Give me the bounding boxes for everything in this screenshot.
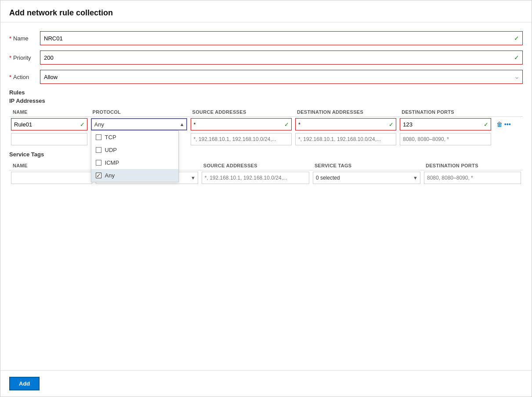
st-ports-input[interactable] [424, 172, 521, 184]
th-actions [493, 108, 523, 117]
udp-checkbox [96, 147, 101, 153]
ip-ports-cell: ✓ [398, 117, 493, 132]
th-protocol: PROTOCOL [89, 108, 189, 117]
ip-new-name-cell [9, 132, 89, 147]
st-th-ports: DESTINATION PORTS [422, 161, 523, 170]
delete-row-button[interactable]: 🗑 [496, 121, 503, 128]
ip-destination-cell: ✓ [293, 117, 398, 132]
th-destination: DESTINATION ADDRESSES [293, 108, 398, 117]
st-name-input[interactable] [11, 172, 92, 184]
ip-ports-wrap: ✓ [400, 118, 491, 130]
ip-new-ports-cell [398, 132, 493, 147]
action-label: * Action [9, 74, 40, 80]
st-service-tags-cell: 0 selected ▼ [311, 170, 422, 186]
ip-ports-input[interactable] [400, 118, 491, 130]
protocol-input[interactable] [91, 118, 187, 130]
ip-new-source-input[interactable] [191, 133, 292, 145]
ip-destination-wrap: ✓ [295, 118, 396, 130]
ip-new-destination-input[interactable] [295, 133, 396, 145]
icmp-label: ICMP [105, 159, 119, 166]
ip-source-wrap: ✓ [191, 118, 292, 130]
service-tags-new-row: 0 selected ▼ 0 selected ▼ [9, 170, 523, 186]
st-source-cell [200, 170, 311, 186]
name-label: * Name [9, 35, 40, 42]
protocol-option-tcp[interactable]: TCP [91, 131, 178, 144]
required-star-priority: * [9, 54, 11, 61]
ip-addresses-label: IP Addresses [9, 97, 523, 104]
st-th-source: SOURCE ADDRESSES [200, 161, 311, 170]
ip-new-row [9, 132, 523, 147]
action-select-wrap: Allow Deny ⌵ [40, 70, 523, 84]
protocol-dropdown-menu: TCP UDP ICMP [91, 130, 179, 182]
st-th-name: NAME [9, 161, 94, 170]
ip-addresses-table: NAME PROTOCOL SOURCE ADDRESSES DESTINATI… [9, 108, 523, 147]
action-select[interactable]: Allow Deny [40, 70, 523, 84]
st-tags-select-wrap: 0 selected ▼ [313, 172, 420, 184]
ip-source-cell: ✓ [189, 117, 293, 132]
priority-field-wrap: ✓ [40, 51, 523, 65]
ip-new-source-cell [189, 132, 293, 147]
more-options-button[interactable]: ••• [504, 121, 511, 128]
ip-new-ports-input[interactable] [400, 133, 491, 145]
service-tags-label: Service Tags [9, 151, 523, 158]
udp-label: UDP [105, 147, 117, 153]
ip-rule-row: ✓ ▲ TCP [9, 117, 523, 132]
st-th-service-tags: SERVICE TAGS [311, 161, 422, 170]
page-title: Add network rule collection [9, 8, 523, 18]
protocol-dropdown-wrap: ▲ TCP UDP [91, 118, 187, 130]
any-label: Any [105, 172, 115, 179]
rules-section-label: Rules [9, 89, 523, 96]
required-star-name: * [9, 35, 11, 42]
st-ports-cell [422, 170, 523, 186]
th-name: NAME [9, 108, 89, 117]
protocol-option-any[interactable]: ✓ Any [91, 169, 178, 182]
name-input[interactable] [40, 31, 523, 45]
content-spacer [0, 192, 532, 370]
ip-new-destination-cell [293, 132, 398, 147]
ip-destination-input[interactable] [295, 118, 396, 130]
ip-name-wrap: ✓ [11, 118, 87, 130]
protocol-option-icmp[interactable]: ICMP [91, 156, 178, 169]
st-source-input[interactable] [202, 172, 309, 184]
action-icons: 🗑 ••• [495, 121, 521, 128]
tcp-checkbox [96, 134, 101, 140]
add-button[interactable]: Add [9, 377, 40, 390]
st-name-cell [9, 170, 94, 186]
st-tags-select[interactable]: 0 selected [313, 172, 420, 184]
service-tags-table: NAME PROTOCOL SOURCE ADDRESSES SERVICE T… [9, 161, 523, 185]
tcp-label: TCP [105, 134, 116, 141]
ip-actions-cell: 🗑 ••• [493, 117, 523, 132]
priority-input[interactable] [40, 51, 523, 65]
footer: Add [0, 370, 532, 397]
priority-valid-icon: ✓ [514, 54, 519, 61]
icmp-checkbox [96, 160, 101, 166]
protocol-option-udp[interactable]: UDP [91, 144, 178, 156]
th-source: SOURCE ADDRESSES [189, 108, 293, 117]
priority-label: * Priority [9, 54, 40, 61]
name-field-wrap: ✓ [40, 31, 523, 45]
ip-new-name-input[interactable] [11, 133, 87, 145]
required-star-action: * [9, 74, 11, 80]
ip-name-input[interactable] [11, 118, 87, 130]
ip-source-input[interactable] [191, 118, 292, 130]
name-valid-icon: ✓ [514, 35, 519, 42]
ip-protocol-cell: ▲ TCP UDP [89, 117, 189, 132]
any-checkbox: ✓ [96, 173, 101, 178]
ip-name-cell: ✓ [9, 117, 89, 132]
ip-new-actions-cell [493, 132, 523, 147]
th-ports: DESTINATION PORTS [398, 108, 493, 117]
